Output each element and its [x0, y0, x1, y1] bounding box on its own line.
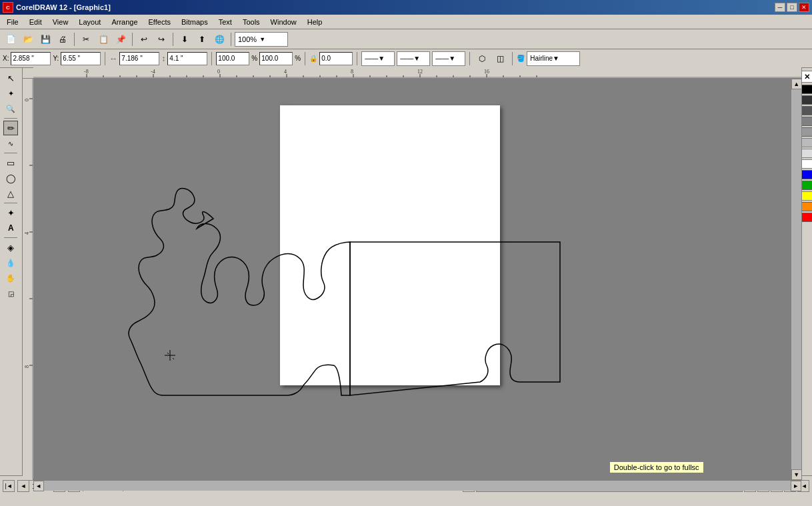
- color-orange[interactable]: [801, 202, 812, 211]
- undo-button[interactable]: ↩: [136, 31, 152, 47]
- menu-layout[interactable]: Layout: [73, 17, 106, 27]
- save-button[interactable]: 💾: [37, 31, 53, 47]
- no-color-swatch[interactable]: ✕: [801, 71, 812, 83]
- line-style1[interactable]: —— ▼: [361, 51, 395, 66]
- scroll-down-button[interactable]: ▼: [791, 469, 802, 480]
- color-gray3[interactable]: [801, 138, 812, 147]
- sep3: [173, 33, 173, 46]
- tool-zoom[interactable]: 🔍: [3, 101, 18, 116]
- menu-edit[interactable]: Edit: [24, 17, 47, 27]
- menu-text[interactable]: Text: [213, 17, 237, 27]
- hairline-dropdown[interactable]: Hairline ▼: [527, 51, 580, 66]
- sep9: [469, 52, 470, 65]
- tool-hand[interactable]: ✋: [3, 271, 18, 285]
- line-style2[interactable]: —— ▼: [397, 51, 430, 66]
- import-button[interactable]: ⬇: [177, 31, 193, 47]
- first-page-button[interactable]: |◄: [3, 480, 15, 492]
- minimize-button[interactable]: ─: [775, 3, 785, 12]
- tool-polygon[interactable]: △: [3, 186, 18, 201]
- paste-button[interactable]: 📌: [113, 31, 129, 47]
- menu-file[interactable]: File: [1, 17, 24, 27]
- color-gray1[interactable]: [801, 117, 812, 126]
- line-style3[interactable]: —— ▼: [432, 51, 465, 66]
- copy-button[interactable]: 📋: [95, 31, 111, 47]
- cut-button[interactable]: ✂: [78, 31, 94, 47]
- tool-text[interactable]: A: [3, 221, 18, 235]
- outline-btn1[interactable]: ⬡: [474, 51, 490, 67]
- color-white[interactable]: [801, 159, 812, 169]
- menu-arrange[interactable]: Arrange: [106, 17, 143, 27]
- sep7: [305, 52, 305, 65]
- tool-ellipse[interactable]: ◯: [3, 171, 18, 185]
- maximize-button[interactable]: □: [787, 3, 797, 12]
- outline-btn2[interactable]: ◫: [492, 51, 508, 67]
- scale-w-input[interactable]: [216, 52, 249, 65]
- menu-view[interactable]: View: [47, 17, 74, 27]
- color-blue[interactable]: [801, 170, 812, 179]
- tool-sep3: [4, 203, 17, 203]
- color-red[interactable]: [801, 213, 812, 222]
- tool-star[interactable]: ✦: [3, 205, 18, 220]
- height-icon: ↕: [161, 54, 165, 63]
- scale-h-input[interactable]: [259, 52, 293, 65]
- menu-window[interactable]: Window: [265, 17, 302, 27]
- tool-interactive[interactable]: ◲: [3, 286, 18, 301]
- export-button[interactable]: ⬆: [194, 31, 210, 47]
- open-button[interactable]: 📂: [20, 31, 36, 47]
- color-black[interactable]: [801, 85, 812, 94]
- percent-label2: %: [295, 55, 301, 62]
- menu-bar: File Edit View Layout Arrange Effects Bi…: [0, 15, 812, 29]
- sep6: [211, 52, 212, 65]
- scroll-h-track[interactable]: [44, 481, 791, 491]
- x-label: X:: [3, 55, 9, 62]
- scroll-up-button[interactable]: ▲: [791, 79, 802, 89]
- y-input[interactable]: [61, 52, 101, 65]
- color-light[interactable]: [801, 149, 812, 158]
- lock-icon: 🔒: [309, 55, 317, 62]
- paintbucket-icon: 🪣: [517, 55, 525, 62]
- color-dark1[interactable]: [801, 95, 812, 105]
- tool-shape[interactable]: ✦: [3, 86, 18, 101]
- tool-eyedropper[interactable]: 💧: [3, 255, 18, 270]
- tool-fill[interactable]: ◈: [3, 240, 18, 255]
- menu-help[interactable]: Help: [302, 17, 328, 27]
- tool-pointer[interactable]: ↖: [3, 71, 18, 85]
- color-dark2[interactable]: [801, 106, 812, 115]
- color-yellow[interactable]: [801, 191, 812, 201]
- main-area: ↖ ✦ 🔍 ✏ ∿ ▭ ◯ △ ✦ A ◈ 💧 ✋ ◲: [0, 68, 812, 475]
- property-bar: X: Y: ↔ ↕ % % 🔒 —— ▼ —— ▼ —— ▼ ⬡ ◫ 🪣 Hai…: [0, 49, 812, 68]
- hairline-arrow: ▼: [553, 55, 559, 62]
- zoom-level-value: 100%: [238, 35, 257, 43]
- zoom-dropdown-arrow: ▼: [259, 36, 265, 43]
- close-button[interactable]: ✕: [799, 3, 809, 12]
- tool-rect[interactable]: ▭: [3, 155, 18, 170]
- title-bar: C CorelDRAW 12 - [Graphic1] ─ □ ✕: [0, 0, 812, 15]
- scroll-right-button[interactable]: ►: [791, 481, 801, 491]
- menu-bitmaps[interactable]: Bitmaps: [176, 17, 213, 27]
- drawing-canvas[interactable]: Double-click to go to fullsc: [33, 79, 791, 480]
- ruler-horizontal: [23, 68, 801, 79]
- color-green[interactable]: [801, 181, 812, 190]
- scroll-v-track[interactable]: [791, 89, 801, 469]
- redo-button[interactable]: ↪: [153, 31, 169, 47]
- tool-roughen[interactable]: ∿: [3, 136, 18, 151]
- line-style1-value: ——: [365, 55, 378, 62]
- menu-effects[interactable]: Effects: [143, 17, 176, 27]
- app-icon: C: [3, 2, 13, 13]
- color-gray2[interactable]: [801, 127, 812, 137]
- new-button[interactable]: 📄: [3, 31, 19, 47]
- scroll-horizontal-area: ◄ ►: [23, 480, 801, 491]
- tool-freehand[interactable]: ✏: [3, 121, 18, 135]
- zoom-dropdown[interactable]: 100% ▼: [235, 32, 288, 47]
- publish-button[interactable]: 🌐: [211, 31, 227, 47]
- menu-tools[interactable]: Tools: [237, 17, 265, 27]
- x-input[interactable]: [11, 52, 51, 65]
- app-title: CorelDRAW 12 - [Graphic1]: [16, 3, 111, 11]
- width-input[interactable]: [119, 52, 159, 65]
- line-dd3-arrow: ▼: [449, 55, 455, 62]
- height-input[interactable]: [167, 52, 207, 65]
- angle-input[interactable]: [319, 52, 353, 65]
- print-button[interactable]: 🖨: [55, 31, 71, 47]
- ruler-vertical: [23, 79, 33, 480]
- scroll-left-button[interactable]: ◄: [33, 481, 44, 491]
